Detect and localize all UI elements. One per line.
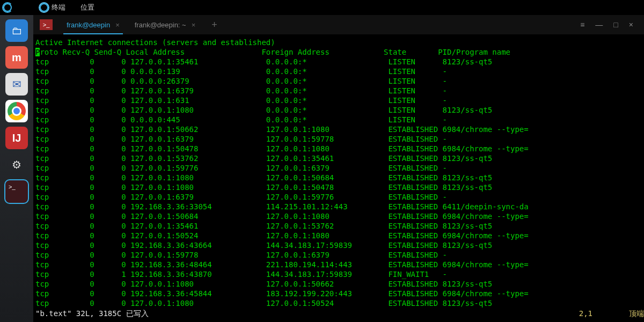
- deepin-logo-icon[interactable]: [0, 0, 15, 15]
- app-logo-icon[interactable]: [36, 0, 52, 15]
- terminal-output[interactable]: Active Internet connections (servers and…: [33, 34, 644, 322]
- terminal-window: >_ frank@deepin × frank@deepin: ~ × + ≡ …: [33, 15, 644, 322]
- tab-inactive-label: frank@deepin: ~: [135, 21, 186, 29]
- system-top-bar: 终端 位置: [0, 0, 644, 15]
- status-file-info: "b.text" 32L, 3185C 已写入: [35, 309, 149, 319]
- dock: 🗀 m ✉ IJ ⚙: [0, 15, 33, 322]
- tab-active-label: frank@deepin: [67, 21, 110, 29]
- tab-inactive[interactable]: frank@deepin: ~ ×: [127, 15, 203, 34]
- terminal-badge-icon: >_: [40, 19, 53, 30]
- dock-thunderbird-icon[interactable]: ✉: [5, 73, 28, 96]
- tab-bar: >_ frank@deepin × frank@deepin: ~ × + ≡ …: [33, 15, 644, 34]
- dock-chrome-icon[interactable]: [5, 100, 28, 122]
- menu-terminal[interactable]: 终端: [52, 3, 65, 12]
- window-maximize-icon[interactable]: □: [613, 20, 618, 29]
- window-menu-icon[interactable]: ≡: [580, 20, 584, 29]
- window-close-icon[interactable]: ×: [629, 20, 633, 29]
- vim-status-line: "b.text" 32L, 3185C 已写入 2,1 顶端: [35, 309, 644, 319]
- window-minimize-icon[interactable]: —: [595, 20, 603, 29]
- dock-terminal-icon[interactable]: [5, 180, 28, 203]
- tab-add-button[interactable]: +: [211, 19, 217, 31]
- dock-settings-icon[interactable]: ⚙: [5, 153, 28, 176]
- dock-intellij-icon[interactable]: IJ: [5, 127, 28, 149]
- window-controls: ≡ — □ ×: [575, 20, 639, 29]
- menu-location[interactable]: 位置: [80, 3, 94, 12]
- tab-close-icon[interactable]: ×: [115, 21, 120, 29]
- status-mode: 顶端: [629, 309, 644, 319]
- tab-close-icon[interactable]: ×: [192, 21, 196, 29]
- tab-active[interactable]: frank@deepin ×: [59, 15, 127, 34]
- status-cursor-pos: 2,1: [579, 309, 592, 319]
- dock-filemanager-icon[interactable]: 🗀: [5, 19, 28, 42]
- dock-appstore-icon[interactable]: m: [5, 46, 28, 69]
